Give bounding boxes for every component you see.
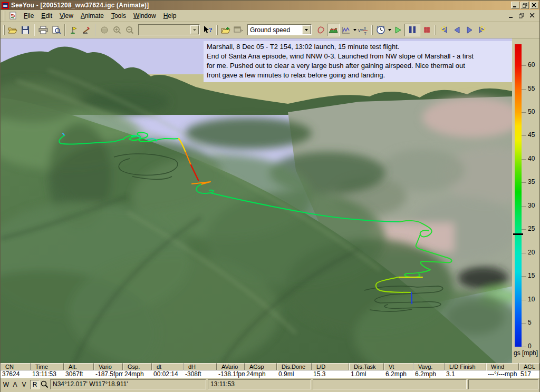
toolbar-grip-4[interactable] — [435, 25, 436, 35]
close-icon — [532, 3, 536, 7]
child-restore-button[interactable] — [518, 12, 525, 19]
menu-help[interactable]: Help — [160, 11, 180, 21]
statusbar-a-button[interactable]: A — [11, 381, 20, 388]
statusbar-w-button[interactable]: W — [2, 381, 11, 388]
restore-button[interactable] — [520, 2, 529, 9]
speed-formula-button[interactable]: v=sT — [357, 24, 370, 36]
child-minimize-icon — [509, 13, 513, 18]
step-forward-button[interactable] — [463, 24, 476, 36]
statusbar-v-button[interactable]: V — [20, 381, 28, 388]
app-icon[interactable] — [2, 2, 9, 9]
open-folder-icon — [8, 26, 17, 34]
col-vt[interactable]: Vt — [384, 363, 413, 370]
go-end-button[interactable] — [476, 24, 488, 36]
clock-dropdown-arrow[interactable] — [387, 24, 392, 36]
col-agl[interactable]: AGL — [519, 363, 539, 370]
export-window-button[interactable] — [232, 24, 245, 36]
col-avario[interactable]: AVario — [217, 363, 245, 370]
open-button[interactable] — [6, 24, 19, 36]
col-vario[interactable]: Vario — [94, 363, 123, 370]
main-area: Marshall, 8 Dec 05 - T2 154, 13:02 launc… — [1, 38, 539, 363]
col-distask[interactable]: Dis.Task — [349, 363, 384, 370]
col-dt[interactable]: dt — [152, 363, 184, 370]
stop-button[interactable] — [420, 24, 433, 36]
sphere-icon — [100, 26, 109, 34]
child-close-button[interactable] — [528, 12, 536, 19]
zoom-in-icon — [113, 26, 121, 34]
pause-icon — [408, 26, 417, 34]
child-close-icon — [530, 13, 535, 18]
menu-view[interactable]: View — [56, 11, 77, 21]
measure-button[interactable] — [80, 24, 93, 36]
view-selector-arrow[interactable] — [190, 25, 199, 34]
graph-dropdown-arrow[interactable] — [352, 24, 357, 36]
title-bar: SeeYou - [20051208_ww37624.igc (Animate)… — [1, 1, 539, 10]
waypoint-button[interactable] — [68, 24, 80, 36]
col-gsp[interactable]: Gsp. — [123, 363, 152, 370]
terrain-3d-button[interactable] — [327, 24, 340, 36]
svg-text:T: T — [364, 31, 367, 35]
play-icon — [394, 26, 402, 34]
toolbar-grip-2[interactable] — [216, 25, 218, 35]
col-alt[interactable]: Alt. — [64, 363, 94, 370]
menu-animate[interactable]: Animate — [77, 11, 108, 21]
speed-selector-arrow[interactable] — [302, 25, 311, 34]
col-wind[interactable]: Wind — [486, 363, 519, 370]
col-dh[interactable]: dH — [184, 363, 217, 370]
close-button[interactable] — [530, 2, 538, 9]
minimize-button[interactable] — [511, 2, 519, 9]
val-dh: -308ft — [184, 370, 217, 378]
col-disdone[interactable]: Dis.Done — [277, 363, 312, 370]
document-icon[interactable] — [9, 12, 18, 20]
step-back-button[interactable] — [450, 24, 463, 36]
col-ld[interactable]: L/D — [312, 363, 349, 370]
col-cn[interactable]: CN — [1, 363, 31, 370]
zoom-in-button[interactable] — [111, 24, 123, 36]
col-agsp[interactable]: AGsp — [245, 363, 277, 370]
flight-data-value-row: 37624 13:11:53 3067ft -187.5fpm 24mph 00… — [1, 370, 539, 378]
open-add-icon — [221, 26, 230, 34]
pause-button[interactable] — [404, 24, 420, 36]
speed-selector[interactable]: Ground speed — [247, 24, 312, 35]
magnifier-icon — [41, 380, 49, 388]
col-ldfinish[interactable]: L/D Finish — [445, 363, 486, 370]
terrain-3d-view[interactable]: Marshall, 8 Dec 05 - T2 154, 13:02 launc… — [1, 38, 512, 363]
flight-data-bar: CN Time Alt. Vario Gsp. dt dH AVario AGs… — [1, 363, 539, 378]
val-alt: 3067ft — [64, 370, 94, 378]
save-button[interactable] — [19, 24, 32, 36]
menu-tools[interactable]: Tools — [108, 11, 130, 21]
statusbar-zoom-button[interactable] — [40, 380, 49, 389]
val-disdone: 0.9ml — [277, 370, 312, 378]
toolbar-grip-3[interactable] — [371, 25, 373, 35]
animation-clock-button[interactable] — [374, 24, 387, 36]
go-start-button[interactable] — [438, 24, 450, 36]
graph-button[interactable] — [340, 24, 352, 36]
restore-icon — [523, 3, 527, 8]
statusbar-r-toggle[interactable]: R — [30, 380, 40, 389]
val-cn: 37624 — [1, 370, 31, 378]
open-flight-button[interactable] — [219, 24, 232, 36]
col-vavg[interactable]: Vavg. — [413, 363, 445, 370]
col-time[interactable]: Time — [31, 363, 64, 370]
toolbar-grip-1[interactable] — [3, 25, 5, 35]
context-help-button[interactable]: ? — [202, 24, 215, 36]
view-selector[interactable] — [138, 24, 200, 35]
print-preview-button[interactable] — [50, 24, 62, 36]
comment-line-2: End of Santa Ana episode, wind NNW 0-3. … — [207, 52, 510, 61]
svg-text:v=: v= — [358, 27, 364, 33]
menu-window[interactable]: Window — [130, 11, 160, 21]
graph-icon — [341, 26, 351, 34]
sphere-button[interactable] — [98, 24, 111, 36]
menu-edit[interactable]: Edit — [37, 11, 56, 21]
zoom-out-button[interactable] — [123, 24, 136, 36]
animation-time: 13:11:53 — [208, 379, 311, 389]
save-icon — [21, 26, 30, 34]
child-minimize-button[interactable] — [507, 12, 515, 19]
menu-file[interactable]: File — [20, 11, 37, 21]
val-dt: 00:02:14 — [152, 370, 184, 378]
val-agsp: 24mph — [245, 370, 277, 378]
print-button[interactable] — [37, 24, 50, 36]
menubar-grip[interactable] — [4, 11, 5, 21]
play-button[interactable] — [392, 24, 404, 36]
route-button[interactable] — [314, 24, 327, 36]
